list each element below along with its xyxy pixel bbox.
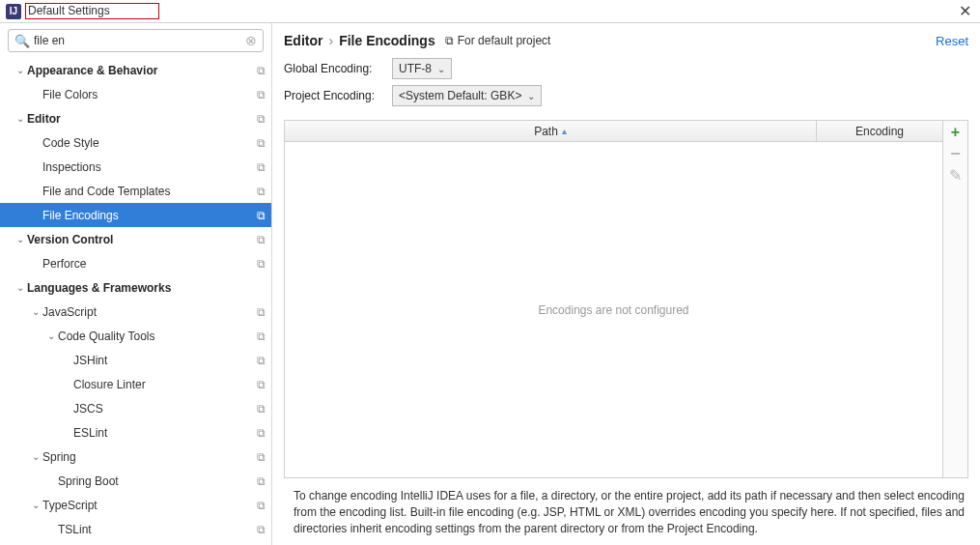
tree-item[interactable]: Spring Boot⧉ xyxy=(0,469,271,493)
tree-item[interactable]: ⌄Languages & Frameworks xyxy=(0,275,271,300)
column-path[interactable]: Path ▴ xyxy=(285,121,817,141)
project-scope-icon: ⧉ xyxy=(257,450,266,464)
tree-item[interactable]: Code Style⧉ xyxy=(0,130,271,155)
tree-item-label: Appearance & Behavior xyxy=(27,64,257,77)
search-input[interactable] xyxy=(34,34,245,47)
tree-item-label: JavaScript xyxy=(42,305,257,319)
breadcrumb-parent: Editor xyxy=(284,33,322,48)
tree-item-label: Languages & Frameworks xyxy=(27,281,266,295)
global-encoding-combo[interactable]: UTF-8 ⌄ xyxy=(392,58,452,79)
tree-item[interactable]: ⌄Spring⧉ xyxy=(0,445,271,469)
tree-item-label: Code Style xyxy=(42,136,257,150)
chevron-down-icon[interactable]: ⌄ xyxy=(29,451,42,462)
tree-item[interactable]: Perforce⧉ xyxy=(0,251,271,275)
tree-item[interactable]: ⌄Editor⧉ xyxy=(0,106,271,130)
scope-text: For default project xyxy=(458,34,551,47)
tree-item-label: Version Control xyxy=(27,233,257,246)
project-scope-icon: ⧉ xyxy=(257,257,266,271)
encoding-fields: Global Encoding: UTF-8 ⌄ Project Encodin… xyxy=(272,56,980,120)
chevron-down-icon[interactable]: ⌄ xyxy=(14,65,27,75)
tree-item-label: Spring xyxy=(42,450,257,464)
tree-item[interactable]: JSCS⧉ xyxy=(0,396,271,420)
table-header: Path ▴ Encoding xyxy=(285,121,942,142)
tree-item-label: Editor xyxy=(27,112,257,126)
project-scope-icon: ⧉ xyxy=(257,474,266,488)
chevron-down-icon: ⌄ xyxy=(527,91,535,101)
window-title: Default Settings xyxy=(25,3,159,19)
tree-item-label: JSHint xyxy=(73,354,257,367)
tree-item-label: File Colors xyxy=(42,88,257,101)
tree-item[interactable]: ESLint⧉ xyxy=(0,420,271,445)
project-scope-icon: ⧉ xyxy=(257,185,266,198)
project-scope-icon: ⧉ xyxy=(257,402,266,416)
project-scope-icon: ⧉ xyxy=(257,523,266,536)
chevron-down-icon: ⌄ xyxy=(437,64,445,74)
table-toolbar: + − ✎ xyxy=(942,121,967,477)
breadcrumb-leaf: File Encodings xyxy=(339,33,435,48)
tree-item[interactable]: ⌄Appearance & Behavior⧉ xyxy=(0,58,271,82)
table-empty-message: Encodings are not configured xyxy=(285,142,942,477)
tree-item[interactable]: ⌄Version Control⧉ xyxy=(0,227,271,251)
tree-item[interactable]: ⌄TypeScript⧉ xyxy=(0,493,271,517)
project-scope-icon: ⧉ xyxy=(257,426,266,440)
settings-sidebar: 🔍 ⊗ ⌄Appearance & Behavior⧉File Colors⧉⌄… xyxy=(0,23,272,545)
path-encoding-table: Path ▴ Encoding Encodings are not config… xyxy=(284,120,968,478)
tree-item-label: Spring Boot xyxy=(58,474,257,488)
close-icon[interactable]: ✕ xyxy=(955,4,974,19)
title-bar: IJ Default Settings ✕ xyxy=(0,0,980,23)
chevron-down-icon[interactable]: ⌄ xyxy=(14,234,27,244)
clear-icon[interactable]: ⊗ xyxy=(245,33,257,48)
search-icon: 🔍 xyxy=(14,34,30,48)
chevron-down-icon[interactable]: ⌄ xyxy=(14,282,27,293)
project-scope-icon: ⧉ xyxy=(257,88,266,101)
add-button[interactable]: + xyxy=(946,123,966,142)
project-scope-icon: ⧉ xyxy=(257,136,266,150)
breadcrumb-separator: › xyxy=(328,33,333,48)
project-scope-icon: ⧉ xyxy=(257,209,266,222)
tree-item-label: File Encodings xyxy=(42,209,257,222)
settings-content: Editor › File Encodings ⧉ For default pr… xyxy=(272,23,980,545)
search-box[interactable]: 🔍 ⊗ xyxy=(8,29,264,52)
project-scope-icon: ⧉ xyxy=(257,499,266,512)
project-encoding-label: Project Encoding: xyxy=(284,89,392,102)
app-icon: IJ xyxy=(6,4,21,19)
project-scope-icon: ⧉ xyxy=(257,233,266,246)
tree-item-label: Inspections xyxy=(42,160,257,174)
tree-item-label: JSCS xyxy=(73,402,257,416)
tree-item[interactable]: Closure Linter⧉ xyxy=(0,372,271,396)
tree-item[interactable]: ⌄JavaScript⧉ xyxy=(0,300,271,324)
global-encoding-value: UTF-8 xyxy=(399,62,437,75)
project-scope-icon: ⧉ xyxy=(257,378,266,391)
sort-asc-icon: ▴ xyxy=(562,126,567,136)
column-path-label: Path xyxy=(534,125,558,138)
project-encoding-combo[interactable]: <System Default: GBK> ⌄ xyxy=(392,85,542,106)
tree-item[interactable]: ⌄Code Quality Tools⧉ xyxy=(0,324,271,348)
tree-item-label: Closure Linter xyxy=(73,378,257,391)
hint-text: To change encoding IntelliJ IDEA uses fo… xyxy=(272,478,980,545)
tree-item[interactable]: File Encodings⧉ xyxy=(0,203,271,227)
tree-item-label: TSLint xyxy=(58,523,257,536)
tree-item[interactable]: TSLint⧉ xyxy=(0,517,271,541)
tree-item[interactable]: File and Code Templates⧉ xyxy=(0,179,271,203)
tree-item[interactable]: File Colors⧉ xyxy=(0,82,271,106)
global-encoding-label: Global Encoding: xyxy=(284,62,392,75)
tree-item[interactable]: Inspections⧉ xyxy=(0,155,271,179)
project-scope-icon: ⧉ xyxy=(257,112,266,126)
reset-link[interactable]: Reset xyxy=(936,34,968,48)
project-scope-icon: ⧉ xyxy=(257,330,266,343)
tree-item[interactable]: JSHint⧉ xyxy=(0,348,271,372)
tree-item-label: File and Code Templates xyxy=(42,185,257,198)
remove-button[interactable]: − xyxy=(946,144,966,163)
column-encoding[interactable]: Encoding xyxy=(817,121,942,141)
chevron-down-icon[interactable]: ⌄ xyxy=(14,113,27,124)
project-scope-icon: ⧉ xyxy=(257,305,266,319)
tree-item-label: TypeScript xyxy=(42,499,257,512)
settings-tree[interactable]: ⌄Appearance & Behavior⧉File Colors⧉⌄Edit… xyxy=(0,58,271,545)
column-encoding-label: Encoding xyxy=(855,125,904,138)
chevron-down-icon[interactable]: ⌄ xyxy=(44,330,58,341)
edit-button[interactable]: ✎ xyxy=(946,165,966,185)
scope-indicator: ⧉ For default project xyxy=(445,34,551,47)
tree-item-label: ESLint xyxy=(73,426,257,440)
chevron-down-icon[interactable]: ⌄ xyxy=(29,500,42,510)
chevron-down-icon[interactable]: ⌄ xyxy=(29,306,42,317)
